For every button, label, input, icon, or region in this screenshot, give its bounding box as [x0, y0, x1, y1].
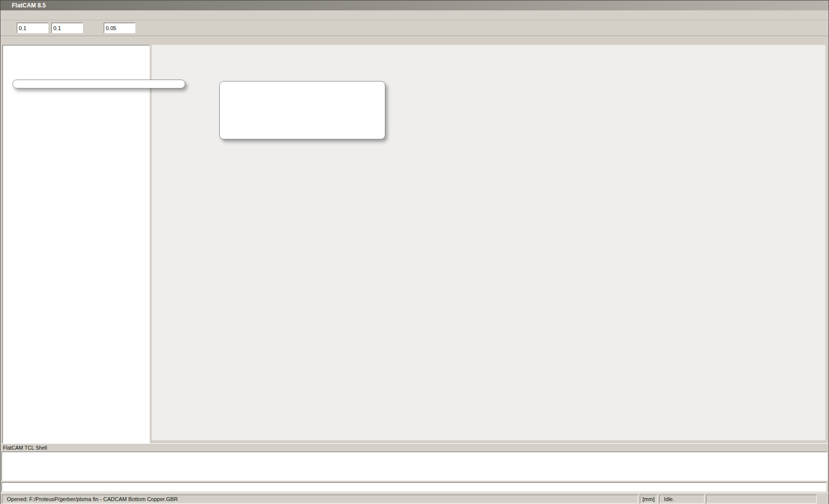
units-indicator: [mm] — [640, 495, 658, 504]
title-bar: FlatCAM 8.5 — [0, 0, 829, 10]
app-state: Idle. — [664, 496, 674, 502]
project-tree — [2, 45, 150, 445]
status-message: Opened: F:/ProteusP/gerber/plsma fin - C… — [7, 496, 178, 502]
status-bar: Opened: F:/ProteusP/gerber/plsma fin - C… — [0, 493, 829, 504]
left-panel — [1, 34, 151, 443]
status-message-panel: Opened: F:/ProteusP/gerber/plsma fin - C… — [2, 495, 638, 504]
shell-input[interactable] — [1, 482, 827, 492]
resize-grip[interactable] — [818, 495, 827, 504]
notebook-tabs — [1, 34, 151, 44]
snap-max-input[interactable] — [104, 23, 135, 33]
menu-bar — [0, 10, 829, 20]
app-window: FlatCAM 8.5 FlatCAM TCL Shell — [0, 0, 829, 504]
grid-y-input[interactable] — [51, 23, 83, 33]
grid-x-input[interactable] — [17, 23, 48, 33]
app-state-panel: Idle. — [659, 495, 705, 504]
callout-plot-note — [219, 81, 385, 139]
shell-title: FlatCAM TCL Shell — [3, 445, 47, 451]
shell-panel: FlatCAM TCL Shell — [0, 443, 829, 493]
grid-snap-button[interactable] — [2, 22, 15, 34]
content-area — [0, 34, 829, 443]
app-icon — [2, 1, 10, 9]
shell-header: FlatCAM TCL Shell — [0, 444, 829, 452]
window-title: FlatCAM 8.5 — [12, 2, 827, 9]
shell-log[interactable] — [1, 452, 828, 481]
status-spacer-panel — [706, 495, 817, 504]
corner-snap-button[interactable] — [89, 22, 102, 34]
callout-gerber-note — [12, 80, 185, 88]
